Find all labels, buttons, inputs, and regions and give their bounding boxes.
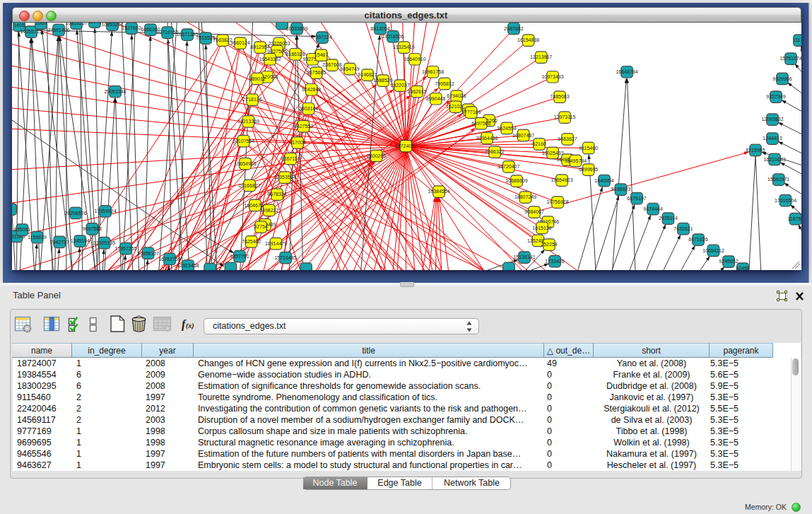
- svg-text:989012: 989012: [249, 76, 265, 81]
- svg-text:3624554: 3624554: [497, 126, 516, 131]
- svg-text:8813054: 8813054: [370, 26, 389, 31]
- svg-text:1733426: 1733426: [545, 259, 564, 264]
- svg-text:8990448: 8990448: [426, 96, 445, 101]
- svg-text:12505135: 12505135: [93, 240, 115, 245]
- svg-text:417004: 417004: [289, 140, 305, 145]
- svg-text:8267110: 8267110: [281, 156, 300, 161]
- svg-text:7357224: 7357224: [312, 35, 331, 40]
- svg-text:10025433: 10025433: [541, 151, 563, 156]
- svg-text:9146821: 9146821: [358, 72, 377, 77]
- svg-text:15751074: 15751074: [779, 56, 801, 61]
- svg-text:16543382: 16543382: [259, 57, 281, 62]
- svg-text:11325419: 11325419: [393, 45, 415, 49]
- svg-text:15720407: 15720407: [498, 164, 519, 169]
- svg-text:6322037: 6322037: [390, 83, 409, 88]
- svg-text:18724007: 18724007: [395, 144, 417, 148]
- svg-text:18807249: 18807249: [514, 194, 536, 199]
- svg-text:92450: 92450: [736, 266, 750, 270]
- svg-text:2803144: 2803144: [299, 106, 318, 111]
- svg-text:9660124: 9660124: [230, 40, 249, 45]
- svg-text:9327505: 9327505: [267, 49, 286, 54]
- svg-text:16033809: 16033809: [286, 26, 307, 31]
- svg-text:3498222: 3498222: [259, 208, 278, 213]
- svg-text:10853267: 10853267: [101, 23, 123, 27]
- svg-text:8427552: 8427552: [294, 124, 313, 129]
- svg-text:8938923: 8938923: [611, 187, 630, 192]
- svg-text:10961758: 10961758: [422, 69, 444, 74]
- svg-text:7485063: 7485063: [550, 94, 569, 99]
- svg-text:6899695: 6899695: [579, 167, 598, 172]
- svg-text:6879197: 6879197: [627, 196, 646, 201]
- svg-text:9245652: 9245652: [719, 259, 738, 264]
- svg-text:7625402: 7625402: [242, 239, 261, 244]
- svg-text:16495784: 16495784: [565, 158, 587, 163]
- svg-text:7632621: 7632621: [673, 226, 693, 231]
- svg-text:11173: 11173: [793, 37, 801, 42]
- svg-text:10973493: 10973493: [541, 74, 563, 79]
- svg-text:6794028: 6794028: [447, 93, 466, 98]
- svg-text:20364436: 20364436: [476, 136, 498, 141]
- svg-text:9329966: 9329966: [772, 76, 792, 81]
- svg-text:9463627: 9463627: [558, 136, 577, 141]
- svg-text:1156839: 1156839: [28, 235, 47, 240]
- svg-text:15692971: 15692971: [767, 177, 789, 182]
- svg-text:835061: 835061: [14, 227, 30, 232]
- svg-text:19218506: 19218506: [382, 34, 404, 39]
- svg-text:12923468: 12923468: [177, 263, 199, 268]
- svg-text:16782759: 16782759: [158, 257, 180, 262]
- svg-text:12213967: 12213967: [530, 54, 552, 59]
- svg-text:16671385: 16671385: [176, 32, 198, 37]
- svg-text:12973115: 12973115: [554, 115, 576, 119]
- svg-text:20206576: 20206576: [64, 211, 86, 216]
- svg-text:1362615: 1362615: [407, 89, 426, 94]
- svg-text:16210643: 16210643: [763, 157, 785, 162]
- svg-text:1588520: 1588520: [373, 78, 392, 83]
- svg-text:2367608: 2367608: [322, 62, 341, 67]
- svg-text:1244413: 1244413: [763, 136, 782, 141]
- svg-text:12093832: 12093832: [761, 117, 783, 122]
- svg-text:8454749: 8454749: [340, 66, 359, 71]
- svg-text:10688609: 10688609: [505, 178, 527, 183]
- svg-text:15467: 15467: [314, 52, 329, 57]
- svg-text:15716485: 15716485: [274, 255, 296, 260]
- svg-text:16914479: 16914479: [265, 241, 287, 246]
- svg-text:10654112: 10654112: [702, 248, 724, 253]
- svg-text:12213369: 12213369: [237, 119, 259, 124]
- svg-text:9474444: 9474444: [643, 206, 662, 211]
- svg-text:19166827: 19166827: [238, 183, 260, 188]
- svg-text:8678334: 8678334: [267, 192, 286, 197]
- svg-text:10807487: 10807487: [512, 133, 534, 138]
- svg-text:16640910: 16640910: [404, 57, 425, 62]
- svg-text:3675685: 3675685: [307, 70, 326, 75]
- svg-text:62160: 62160: [532, 141, 546, 146]
- svg-text:1345194: 1345194: [71, 238, 90, 243]
- svg-text:7663822: 7663822: [213, 37, 232, 42]
- svg-text:116753: 116753: [787, 216, 801, 221]
- svg-text:9777169: 9777169: [461, 110, 481, 115]
- svg-text:2300205: 2300205: [367, 153, 386, 158]
- svg-text:16648784: 16648784: [616, 69, 637, 74]
- svg-text:(x): (x): [186, 322, 194, 330]
- svg-text:7942737: 7942737: [50, 240, 69, 245]
- svg-text:9084067: 9084067: [524, 209, 543, 214]
- svg-text:2069: 2069: [35, 23, 47, 25]
- svg-text:9115460: 9115460: [579, 146, 598, 151]
- svg-text:17957255: 17957255: [114, 246, 136, 251]
- svg-text:12353594: 12353594: [273, 175, 295, 180]
- svg-text:8471626: 8471626: [688, 237, 707, 242]
- svg-text:10958107: 10958107: [137, 251, 159, 256]
- svg-text:252254: 252254: [541, 242, 557, 247]
- svg-text:1527602: 1527602: [122, 25, 141, 30]
- svg-text:8186328: 8186328: [286, 52, 305, 57]
- svg-text:17016504: 17016504: [775, 198, 796, 203]
- svg-text:32754: 32754: [254, 224, 268, 229]
- svg-text:2718126: 2718126: [242, 97, 261, 102]
- svg-text:19654923: 19654923: [551, 177, 572, 182]
- svg-text:19756928: 19756928: [546, 199, 568, 204]
- svg-text:10107554: 10107554: [233, 139, 254, 144]
- svg-text:1640954: 1640954: [594, 178, 613, 183]
- svg-text:19654925: 19654925: [234, 161, 256, 166]
- svg-text:29053346: 29053346: [104, 89, 126, 94]
- svg-text:2687682: 2687682: [504, 26, 523, 31]
- svg-text:2935114: 2935114: [659, 216, 678, 221]
